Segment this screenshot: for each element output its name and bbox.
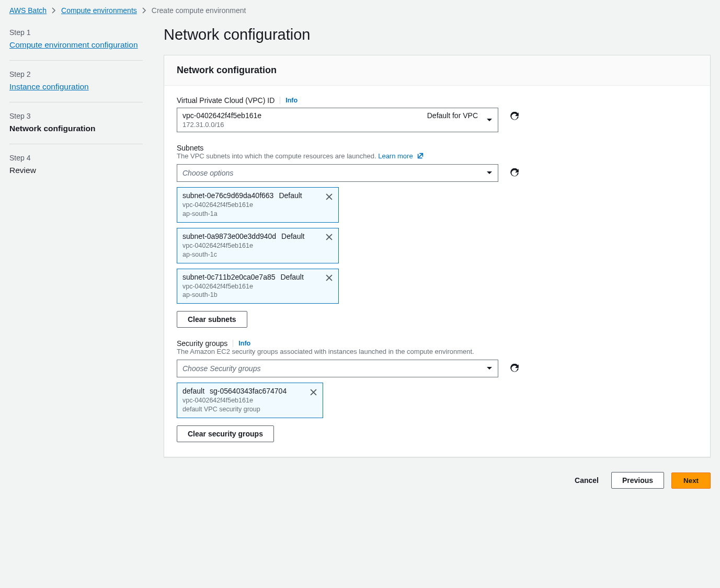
step-title-current: Network configuration bbox=[9, 123, 143, 134]
security-groups-field: Security groups Info The Amazon EC2 secu… bbox=[177, 339, 698, 442]
divider bbox=[233, 340, 233, 347]
breadcrumb: AWS Batch Compute environments Create co… bbox=[9, 6, 711, 15]
step-label: Step 4 bbox=[9, 154, 143, 162]
security-groups-select[interactable]: Choose Security groups bbox=[177, 360, 498, 377]
sg-name: default bbox=[182, 387, 204, 395]
clear-subnets-button[interactable]: Clear subnets bbox=[177, 311, 247, 328]
step-link-compute-environment-configuration[interactable]: Compute environment configuration bbox=[9, 40, 138, 51]
wizard-step-3: Step 3 Network configuration bbox=[9, 112, 143, 144]
subnet-id: subnet-0a9873e00e3dd940d bbox=[182, 232, 276, 240]
subnet-vpc: vpc-0402642f4f5eb161e bbox=[182, 201, 319, 210]
chevron-right-icon bbox=[52, 7, 56, 14]
network-configuration-panel: Network configuration Virtual Private Cl… bbox=[164, 55, 711, 457]
step-label: Step 2 bbox=[9, 70, 143, 78]
cancel-button[interactable]: Cancel bbox=[569, 472, 604, 489]
subnet-id: subnet-0e76c9d69da40f663 bbox=[182, 191, 273, 200]
subnets-select[interactable]: Choose options bbox=[177, 164, 498, 182]
breadcrumb-link-aws-batch[interactable]: AWS Batch bbox=[9, 6, 47, 15]
breadcrumb-current: Create compute environment bbox=[152, 6, 246, 15]
subnets-label: Subnets bbox=[177, 144, 203, 152]
vpc-select[interactable]: vpc-0402642f4f5eb161e Default for VPC 17… bbox=[177, 108, 498, 132]
close-icon bbox=[326, 234, 333, 240]
subnet-vpc: vpc-0402642f4f5eb161e bbox=[182, 282, 319, 291]
chevron-right-icon bbox=[142, 7, 146, 14]
sg-id: sg-05640343fac674704 bbox=[210, 387, 287, 395]
wizard-step-2: Step 2 Instance configuration bbox=[9, 70, 143, 102]
wizard-footer: Cancel Previous Next bbox=[164, 472, 711, 489]
subnet-remove-button[interactable] bbox=[324, 273, 334, 283]
wizard-step-1: Step 1 Compute environment configuration bbox=[9, 28, 143, 61]
refresh-icon bbox=[510, 364, 519, 373]
refresh-icon bbox=[510, 168, 519, 178]
subnet-tag: Default bbox=[279, 191, 302, 200]
close-icon bbox=[326, 274, 333, 281]
subnet-token: subnet-0e76c9d69da40f663Default vpc-0402… bbox=[177, 187, 339, 223]
subnet-az: ap-south-1a bbox=[182, 210, 319, 218]
subnets-placeholder: Choose options bbox=[182, 169, 233, 177]
wizard-step-4: Step 4 Review bbox=[9, 154, 143, 186]
subnet-remove-button[interactable] bbox=[324, 191, 334, 202]
close-icon bbox=[310, 389, 317, 396]
breadcrumb-link-compute-environments[interactable]: Compute environments bbox=[61, 6, 137, 15]
step-link-instance-configuration[interactable]: Instance configuration bbox=[9, 82, 89, 93]
subnets-learn-more-link[interactable]: Learn more bbox=[378, 152, 424, 160]
vpc-cidr: 172.31.0.0/16 bbox=[182, 121, 481, 129]
step-title: Review bbox=[9, 165, 143, 176]
subnet-remove-button[interactable] bbox=[324, 232, 334, 243]
subnets-refresh-button[interactable] bbox=[506, 164, 523, 182]
caret-down-icon bbox=[486, 366, 493, 371]
learn-more-text: Learn more bbox=[378, 152, 413, 160]
previous-button[interactable]: Previous bbox=[611, 472, 664, 489]
security-group-tokens: defaultsg-05640343fac674704 vpc-0402642f… bbox=[177, 383, 698, 418]
sg-desc: default VPC security group bbox=[182, 405, 304, 414]
subnet-token: subnet-0a9873e00e3dd940dDefault vpc-0402… bbox=[177, 228, 339, 263]
caret-down-icon bbox=[486, 118, 493, 122]
vpc-refresh-button[interactable] bbox=[506, 108, 523, 125]
subnet-token: subnet-0c711b2e0ca0e7a85Default vpc-0402… bbox=[177, 269, 339, 304]
page-title: Network configuration bbox=[164, 26, 711, 43]
refresh-icon bbox=[510, 112, 519, 121]
security-groups-label: Security groups bbox=[177, 339, 227, 348]
main-content: Network configuration Network configurat… bbox=[164, 26, 711, 489]
subnet-id: subnet-0c711b2e0ca0e7a85 bbox=[182, 273, 276, 281]
subnet-vpc: vpc-0402642f4f5eb161e bbox=[182, 241, 319, 250]
wizard-steps: Step 1 Compute environment configuration… bbox=[9, 26, 143, 489]
security-groups-placeholder: Choose Security groups bbox=[182, 364, 260, 373]
subnet-tag: Default bbox=[281, 232, 304, 240]
vpc-field: Virtual Private Cloud (VPC) ID Info vpc-… bbox=[177, 96, 698, 132]
vpc-name: Default for VPC bbox=[427, 111, 481, 120]
subnet-az: ap-south-1c bbox=[182, 250, 319, 259]
security-groups-desc: The Amazon EC2 security groups associate… bbox=[177, 348, 698, 355]
subnets-desc: The VPC subnets into which the compute r… bbox=[177, 152, 376, 160]
security-group-token: defaultsg-05640343fac674704 vpc-0402642f… bbox=[177, 383, 323, 418]
external-link-icon bbox=[417, 152, 424, 159]
caret-down-icon bbox=[486, 171, 493, 175]
clear-security-groups-button[interactable]: Clear security groups bbox=[177, 425, 274, 442]
subnets-field: Subnets The VPC subnets into which the c… bbox=[177, 144, 698, 328]
subnet-tokens: subnet-0e76c9d69da40f663Default vpc-0402… bbox=[177, 187, 698, 304]
subnet-tag: Default bbox=[281, 273, 304, 281]
close-icon bbox=[326, 193, 333, 200]
panel-header: Network configuration bbox=[164, 55, 710, 86]
vpc-label: Virtual Private Cloud (VPC) ID bbox=[177, 96, 275, 105]
sg-remove-button[interactable] bbox=[308, 387, 318, 397]
step-label: Step 1 bbox=[9, 28, 143, 37]
next-button[interactable]: Next bbox=[671, 472, 711, 489]
vpc-value: vpc-0402642f4f5eb161e bbox=[182, 111, 261, 120]
sg-vpc: vpc-0402642f4f5eb161e bbox=[182, 396, 304, 405]
divider bbox=[280, 97, 280, 104]
vpc-info-link[interactable]: Info bbox=[285, 97, 298, 104]
step-label: Step 3 bbox=[9, 112, 143, 120]
security-groups-refresh-button[interactable] bbox=[506, 360, 523, 377]
security-groups-info-link[interactable]: Info bbox=[238, 340, 250, 347]
subnet-az: ap-south-1b bbox=[182, 291, 319, 299]
